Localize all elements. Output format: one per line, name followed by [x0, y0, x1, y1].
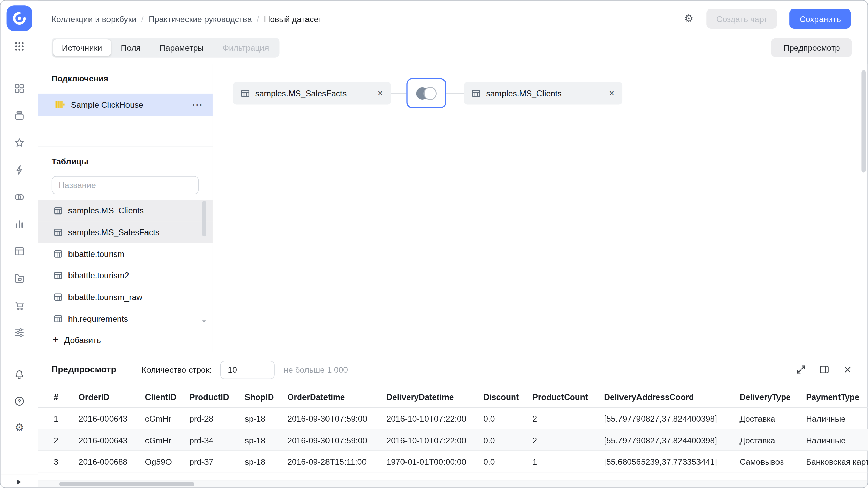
preview-table-header: # OrderID ClientID ProductID ShopID Orde… [38, 387, 868, 408]
remove-source-icon[interactable]: × [609, 88, 614, 98]
table-list-item[interactable]: samples.MS_SalesFacts [38, 221, 213, 243]
scale-root: ? ⚙ Коллекции и воркбуки / Практические … [0, 0, 868, 488]
canvas-scrollbar [861, 68, 866, 348]
column-header: DeliveryAddressCoord [604, 392, 739, 402]
cell: 0.0 [483, 435, 532, 445]
nav-workbooks-icon[interactable] [14, 110, 25, 121]
table-item-label: bibattle.tourism2 [68, 270, 129, 280]
tab-parameters[interactable]: Параметры [151, 39, 213, 56]
preview-panel: Предпросмотр Количество строк: не больше… [38, 352, 868, 487]
apps-grid-icon[interactable] [14, 41, 25, 52]
table-search-input[interactable] [52, 176, 199, 194]
cell: 2016-10-10T07:22:00 [387, 413, 484, 423]
table-list-item[interactable]: bibattle.tourism2 [38, 264, 213, 286]
cell: 2 [533, 413, 604, 423]
cell: Доставка [739, 413, 806, 423]
table-list-scroll-down-icon[interactable] [201, 319, 207, 324]
left-rail: ? ⚙ [1, 1, 38, 488]
table-list-scrollbar-thumb[interactable] [202, 201, 206, 236]
join-settings-button[interactable] [406, 78, 446, 108]
nav-charts-icon[interactable] [14, 219, 25, 230]
column-header: ShopID [245, 392, 288, 402]
table-icon [54, 271, 62, 280]
nav-marketplace-icon[interactable] [14, 300, 25, 311]
breadcrumb-current-dataset: Новый датасет [264, 14, 322, 24]
row-count-hint: не больше 1 000 [284, 365, 348, 374]
add-table-button[interactable]: + Добавить [53, 335, 213, 345]
row-count-input[interactable] [220, 361, 275, 379]
rail-nav [1, 83, 38, 338]
cell: 2016-10-10T07:22:00 [387, 435, 484, 445]
table-icon [472, 89, 480, 98]
top-bar: Коллекции и воркбуки / Практические руко… [38, 1, 868, 37]
cell: 2 [533, 435, 604, 445]
cell: sp-18 [245, 413, 288, 423]
inner-join-icon [414, 85, 439, 102]
close-preview-icon[interactable]: × [842, 364, 853, 375]
table-list-item[interactable]: samples.MS_Clients [38, 200, 213, 221]
nav-favorites-icon[interactable] [14, 137, 25, 148]
datalens-logo[interactable] [7, 5, 32, 31]
connection-item-sample-clickhouse[interactable]: Sample ClickHouse ⋯ [38, 94, 213, 116]
remove-source-icon[interactable]: × [378, 88, 383, 98]
help-icon[interactable]: ? [14, 395, 25, 407]
breadcrumb-collections[interactable]: Коллекции и воркбуки [52, 14, 136, 24]
column-header: ClientID [145, 392, 190, 402]
table-list-item[interactable]: hh.requirements [38, 308, 213, 329]
preview-title: Предпросмотр [52, 365, 116, 374]
panel-divider [38, 147, 213, 147]
table-list-item[interactable]: bibattle.tourism_raw [38, 286, 213, 308]
row-count-label: Количество строк: [142, 365, 212, 374]
nav-datasets-icon[interactable] [14, 191, 25, 203]
cell: 2016-09-28T15:11:00 [287, 457, 386, 466]
datalens-swirl-icon [12, 11, 27, 26]
notifications-icon[interactable] [14, 369, 25, 380]
preview-table-row: 3 2016-000688 Og59O prd-37 sp-18 2016-09… [38, 451, 868, 473]
tab-fields[interactable]: Поля [112, 39, 149, 56]
cell: 0.0 [483, 457, 532, 466]
create-chart-button[interactable]: Создать чарт [707, 9, 777, 29]
clickhouse-icon [55, 100, 65, 109]
cell: Og59O [145, 457, 190, 466]
tab-sources[interactable]: Источники [53, 39, 111, 56]
source-node-salesfacts[interactable]: samples.MS_SalesFacts × [233, 82, 391, 105]
nav-services-icon[interactable] [14, 327, 25, 338]
column-header: # [54, 392, 78, 402]
cell: cGmHr [145, 413, 190, 423]
breadcrumb-guides[interactable]: Практические руководства [149, 14, 252, 24]
nav-storage-icon[interactable] [14, 273, 25, 284]
preview-horizontal-scrollbar-thumb[interactable] [59, 482, 194, 486]
preview-layout-icon[interactable] [819, 364, 830, 375]
column-header: DeliveryType [739, 392, 806, 402]
dataset-settings-gear-icon[interactable]: ⚙ [683, 13, 694, 24]
save-button[interactable]: Сохранить [790, 9, 851, 29]
column-header: PaymentType [806, 392, 867, 402]
table-icon [54, 206, 62, 215]
topbar-actions: ⚙ Создать чарт Сохранить [683, 9, 851, 29]
table-list-item[interactable]: bibattle.tourism [38, 243, 213, 265]
expand-preview-icon[interactable] [795, 364, 807, 375]
cell: 1 [54, 413, 78, 423]
cell: 2016-09-30T07:59:00 [287, 435, 386, 445]
connection-menu-icon[interactable]: ⋯ [192, 101, 203, 108]
rail-bottom: ? ⚙ [1, 369, 38, 433]
nav-tables-icon[interactable] [14, 246, 25, 257]
nav-connections-icon[interactable] [14, 164, 25, 176]
breadcrumb-separator: / [141, 14, 144, 24]
preview-header: Предпросмотр Количество строк: не больше… [38, 352, 868, 387]
cell: Доставка [739, 435, 806, 445]
cell: 2016-09-30T07:59:00 [287, 413, 386, 423]
nav-dashboards-icon[interactable] [14, 83, 25, 94]
preview-toggle-button[interactable]: Предпросмотр [771, 38, 852, 57]
tab-filtering[interactable]: Фильтрация [214, 39, 278, 56]
cell: 2016-000643 [79, 413, 145, 423]
cell: [55.797790827,37.824400398] [604, 435, 739, 445]
canvas-scrollbar-thumb[interactable] [861, 70, 866, 172]
cell: 1 [533, 457, 604, 466]
preview-toolbar: × [795, 364, 853, 375]
cell: 0.0 [483, 413, 532, 423]
cell: cGmHr [145, 435, 190, 445]
source-node-clients[interactable]: samples.MS_Clients × [464, 82, 622, 105]
expand-rail-icon[interactable] [15, 478, 23, 486]
settings-icon[interactable]: ⚙ [14, 422, 25, 433]
